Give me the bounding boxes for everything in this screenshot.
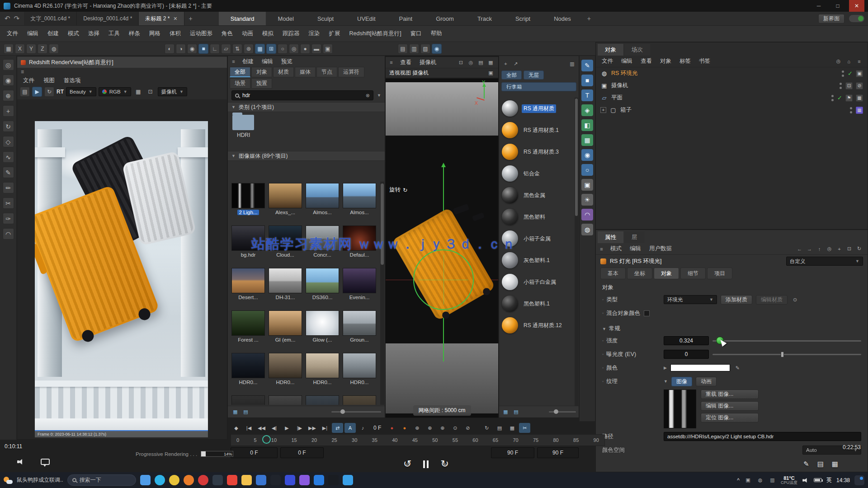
layout-tab[interactable]: Groom [424,12,466,25]
rotation-gizmo[interactable] [413,249,474,310]
timeline-option-button[interactable]: ✂ [519,423,530,433]
viewport-maximize-icon[interactable]: ⊡ [457,59,465,66]
toolbar-icon[interactable]: ▬ [311,44,321,54]
toolbar-icon[interactable]: ◐ [165,44,175,54]
asset-filter-tab[interactable]: 预置 [251,78,272,89]
transport-button[interactable]: ▶▶ [307,423,318,433]
menu-item[interactable]: 编辑 [23,29,42,38]
hdri-thumbnail[interactable]: Desert... [230,267,267,309]
texture-image-button[interactable]: 图像 [671,377,692,386]
material-item[interactable]: 小箱子白金属 [499,271,575,293]
locate-image-button[interactable]: 定位 图像... [701,413,759,422]
tool-icon[interactable]: ⊕ [3,90,14,101]
xpresso-tag-icon[interactable]: ▦ [856,107,863,114]
hdri-thumbnail[interactable]: Forest ... [230,309,267,352]
hdri-thumbnail[interactable] [230,394,267,405]
tool-icon[interactable]: ✏ [3,182,14,193]
tool-icon[interactable]: ◇ [3,136,14,147]
transport-button[interactable]: A [344,423,356,433]
toolbar-icon[interactable]: ◉ [432,44,442,54]
keyboard-overlay-icon[interactable]: ▦ [832,460,838,468]
toolbar-icon[interactable]: ⊞ [266,44,276,54]
taskbar-app-icon[interactable] [140,475,151,485]
viewport-options-icon[interactable]: ▤ [477,59,485,66]
hdri-thumbnail[interactable]: GI (em... [267,309,304,352]
menu-item[interactable]: 体积 [165,29,185,38]
layout-tab[interactable]: Script [504,12,542,25]
asset-filter-tab[interactable]: 节点 [316,67,337,77]
object-row-box[interactable]: + ▢ 箱子 ▦ [596,104,868,116]
exposure-slider-knob[interactable] [781,352,784,357]
camera-dropdown[interactable]: 摄像机 ▼ [158,87,187,96]
annotation-pencil-icon[interactable]: ✎ [803,460,809,468]
create-object-icon[interactable]: ☀ [581,194,593,206]
menu-item[interactable]: 网格 [145,29,165,38]
viewport-lock-icon[interactable]: ◎ [467,59,475,66]
toolbar-icon[interactable]: ◉ [187,44,197,54]
document-tab[interactable]: Desktop_0001.c4d * [77,12,139,25]
attribute-corner-icon[interactable]: ◎ [826,245,833,253]
toolbar-icon[interactable]: ◎ [289,44,299,54]
transport-button[interactable]: ◆ [231,423,242,433]
attribute-tab[interactable]: 层 [624,231,645,243]
tray-expand-caret[interactable]: ^ [737,477,740,483]
asset-filter-tab[interactable]: 媒体 [295,67,316,77]
taskbar-app-icon[interactable] [270,475,281,485]
volume-tray-icon[interactable] [802,478,809,482]
menu-item[interactable]: 模式 [64,29,83,38]
collapse-icon[interactable]: ▼ [664,379,668,384]
visibility-dots-icon[interactable] [841,70,844,77]
object-menu-item[interactable]: 查看 [637,56,656,66]
taskbar-app-icon[interactable] [184,475,194,485]
tool-icon[interactable]: ◠ [3,228,14,239]
attribute-corner-icon[interactable]: → [806,245,813,253]
asset-search-box[interactable]: ⊗ [231,90,373,100]
layout-tab[interactable]: Track [466,12,504,25]
toolbar-icon[interactable]: Z [38,44,47,54]
toolbar-icon[interactable]: ◑ [176,44,186,54]
viewport-canvas[interactable]: 旋转 ↻ Y X 网格间距 : 5000 cm [386,79,498,418]
toolbar-icon[interactable]: ▧ [420,44,430,54]
delete-material-icon[interactable]: ▥ [568,60,576,68]
taskbar-app-icon[interactable] [328,475,339,485]
toolbar-icon[interactable]: ○ [278,44,288,54]
camera-toggle-icon[interactable]: ⊡ [845,82,853,89]
visibility-dots-icon[interactable] [849,107,853,114]
menu-item[interactable]: 窗口 [406,29,426,38]
hdri-thumbnail[interactable] [341,394,378,405]
list-view-icon[interactable]: ▤ [242,408,250,416]
asset-menu-item[interactable]: 创建 [238,57,258,66]
preset-dropdown[interactable]: 自定义 ▼ [786,257,863,266]
layout-tab[interactable]: Sculpt [306,12,345,25]
asset-scrollbar[interactable] [380,182,384,405]
create-object-icon[interactable]: ◈ [581,104,593,116]
hdri-thumbnail[interactable]: Glow (... [304,309,341,352]
material-filter-button[interactable]: 无层 [524,70,544,80]
create-object-icon[interactable]: ■ [581,75,593,86]
tool-icon[interactable]: ✎ [3,167,14,178]
taskbar-app-icon[interactable] [212,475,223,485]
add-material-icon[interactable]: + [502,60,509,68]
material-item[interactable]: 灰色塑料.1 [499,249,575,271]
transport-button[interactable]: ▶| [319,423,330,433]
region-crop-icon[interactable]: ⊡ [146,87,156,97]
object-manager-corner-icon[interactable]: ≡ [855,57,863,65]
toolbar-icon[interactable]: ▱ [221,44,231,54]
exposure-slider[interactable] [712,350,861,359]
comment-icon[interactable] [41,459,50,465]
media-section-header[interactable]: ▼ 图像媒体 (89个项目) [228,151,385,161]
toolbar-icon[interactable]: ▤ [398,44,408,54]
texture-animation-button[interactable]: 动画 [696,377,717,386]
attribute-section-tab[interactable]: 坐标 [627,267,652,279]
forward-30-button[interactable]: ↻30 [440,458,448,470]
material-size-slider[interactable] [549,411,576,413]
taskbar-app-icon[interactable] [227,475,237,485]
object-row-environment-light[interactable]: ◍ RS 环境光 ✓ ▣ [596,67,868,80]
menu-item[interactable]: 创建 [43,29,63,38]
menu-item[interactable]: 跟踪器 [278,29,304,38]
transport-button[interactable]: ▶ [281,423,292,433]
toolbar-icon[interactable]: ● [300,44,310,54]
toolbar-icon[interactable]: ∟ [210,44,220,54]
attribute-tab[interactable]: 属性 [598,231,623,243]
layout-tab[interactable]: Model [266,12,305,25]
